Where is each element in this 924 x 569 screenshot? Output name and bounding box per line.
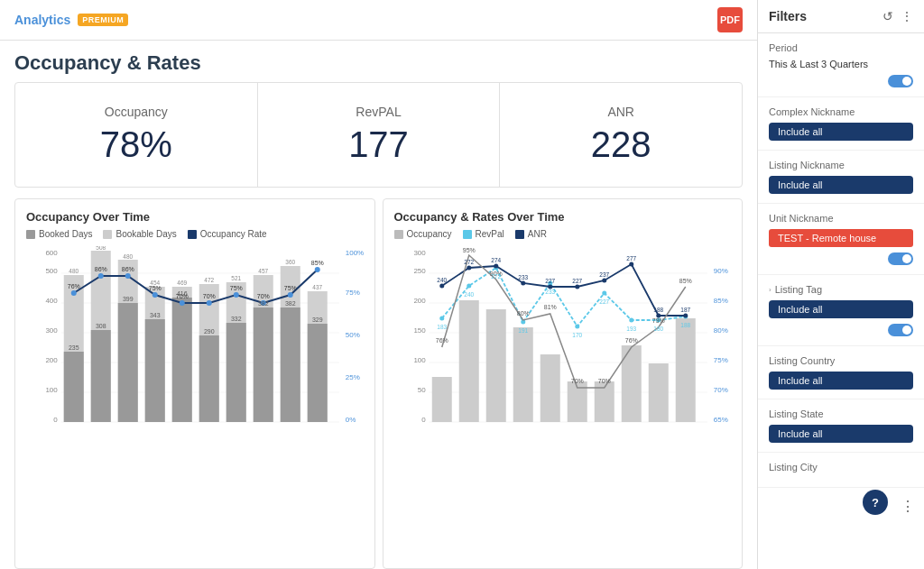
svg-text:600: 600: [45, 249, 58, 257]
occupancy-chart: Occupancy Over Time Booked Days Bookable…: [14, 198, 375, 569]
svg-text:200: 200: [45, 356, 58, 364]
svg-point-130: [521, 281, 525, 286]
period-toggle[interactable]: [888, 75, 913, 87]
help-button[interactable]: ?: [863, 490, 888, 515]
svg-point-117: [439, 317, 444, 321]
svg-rect-110: [513, 327, 532, 422]
svg-rect-28: [64, 352, 84, 422]
svg-point-133: [602, 279, 606, 283]
svg-text:100: 100: [413, 356, 426, 364]
legend-rate-icon: [188, 230, 197, 239]
svg-text:81%: 81%: [543, 304, 556, 310]
listing-tag-toggle[interactable]: [888, 324, 913, 336]
svg-point-42: [180, 300, 185, 306]
svg-text:65%: 65%: [713, 416, 727, 424]
more-options-button[interactable]: ⋮: [901, 498, 915, 515]
occupancy-value: 78%: [30, 124, 243, 165]
svg-text:70%: 70%: [597, 378, 610, 384]
legend-rate-label: Occupancy Rate: [200, 229, 267, 239]
legend-booked-label: Booked Days: [39, 229, 92, 239]
listing-nickname-include-button[interactable]: Include all: [769, 176, 913, 194]
metrics-row: Occupancy 78% RevPAL 177 ANR 228: [14, 82, 743, 188]
svg-rect-107: [431, 377, 451, 422]
filter-listing-city: Listing City: [758, 453, 924, 488]
unit-nickname-toggle[interactable]: [888, 252, 913, 265]
svg-text:0: 0: [421, 416, 426, 424]
svg-text:183: 183: [437, 324, 447, 330]
occupancy-chart-title: Occupancy Over Time: [26, 210, 364, 224]
svg-text:500: 500: [45, 267, 58, 275]
svg-text:75%: 75%: [284, 285, 297, 291]
svg-text:76%: 76%: [435, 337, 448, 344]
svg-text:75%: 75%: [713, 356, 727, 364]
filter-complex-title: Complex Nickname: [769, 106, 913, 117]
refresh-button[interactable]: ↺: [882, 9, 893, 23]
svg-text:100%: 100%: [346, 249, 364, 257]
legend-occupancy-label: Occupancy: [407, 229, 452, 239]
svg-text:180: 180: [653, 326, 663, 332]
listing-tag-chevron-icon: ›: [769, 286, 772, 294]
filter-period-value: This & Last 3 Quarters: [769, 59, 913, 69]
svg-text:274: 274: [491, 257, 501, 263]
svg-text:250: 250: [413, 267, 426, 275]
svg-text:150: 150: [413, 326, 426, 335]
filter-unit-nickname: Unit Nickname TEST - Remote house: [758, 204, 924, 275]
listing-state-include-button[interactable]: Include all: [769, 425, 913, 443]
svg-text:86%: 86%: [122, 266, 134, 272]
filter-listing-state: Listing State Include all: [758, 399, 924, 453]
svg-text:308: 308: [96, 323, 106, 329]
rates-chart-title: Occupancy & Rates Over Time: [394, 210, 732, 224]
filter-period: Period This & Last 3 Quarters: [758, 33, 924, 97]
legend-anr-icon: [515, 230, 524, 239]
svg-text:399: 399: [123, 296, 134, 302]
svg-rect-33: [199, 335, 219, 422]
listing-tag-include-button[interactable]: Include all: [769, 300, 913, 318]
svg-rect-111: [540, 354, 559, 422]
svg-text:227: 227: [545, 278, 555, 284]
svg-point-136: [683, 314, 688, 318]
svg-text:95%: 95%: [462, 247, 475, 253]
svg-point-43: [207, 300, 212, 306]
svg-rect-29: [91, 330, 111, 422]
svg-text:227: 227: [599, 298, 609, 305]
svg-text:188: 188: [680, 322, 690, 328]
listing-tag-header[interactable]: › Listing Tag: [769, 284, 913, 295]
svg-rect-35: [254, 307, 273, 422]
svg-text:79%: 79%: [651, 317, 664, 324]
svg-text:469: 469: [177, 280, 187, 286]
revpal-label: RevPAL: [273, 105, 485, 119]
svg-text:343: 343: [150, 312, 161, 318]
svg-text:508: 508: [96, 246, 106, 251]
revpal-value: 177: [273, 124, 485, 165]
analytics-label: Analytics: [14, 13, 70, 27]
filter-listing-country: Listing Country Include all: [758, 346, 924, 399]
svg-point-124: [629, 318, 633, 323]
svg-rect-30: [118, 303, 138, 422]
filters-more-button[interactable]: ⋮: [901, 9, 913, 23]
complex-nickname-include-button[interactable]: Include all: [769, 123, 913, 141]
filter-listing-nickname-title: Listing Nickname: [769, 160, 913, 170]
svg-text:240: 240: [437, 277, 447, 283]
filters-panel: Filters ↺ ⋮ Period This & Last 3 Quarter…: [757, 0, 924, 569]
svg-text:382: 382: [285, 300, 296, 307]
svg-point-132: [575, 285, 579, 289]
pdf-export-button[interactable]: PDF: [717, 7, 743, 32]
svg-text:0%: 0%: [346, 416, 356, 424]
unit-nickname-tag-button[interactable]: TEST - Remote house: [769, 229, 913, 247]
svg-text:86%: 86%: [95, 266, 107, 272]
svg-text:70%: 70%: [713, 386, 727, 394]
legend-booked-days: Booked Days: [26, 229, 92, 239]
svg-text:457: 457: [258, 268, 268, 274]
svg-text:76%: 76%: [624, 337, 637, 344]
svg-text:480: 480: [123, 253, 133, 260]
svg-point-123: [602, 291, 606, 296]
legend-occupancy-rate: Occupancy Rate: [188, 229, 267, 239]
legend-revpal-icon: [463, 230, 472, 239]
svg-text:80%: 80%: [713, 326, 727, 335]
legend-bookable-days: Bookable Days: [103, 229, 176, 239]
legend-revpal: RevPal: [463, 229, 504, 239]
svg-point-46: [288, 292, 293, 298]
listing-country-include-button[interactable]: Include all: [769, 372, 913, 390]
svg-text:290: 290: [204, 328, 215, 335]
filter-listing-tag: › Listing Tag Include all: [758, 275, 924, 346]
